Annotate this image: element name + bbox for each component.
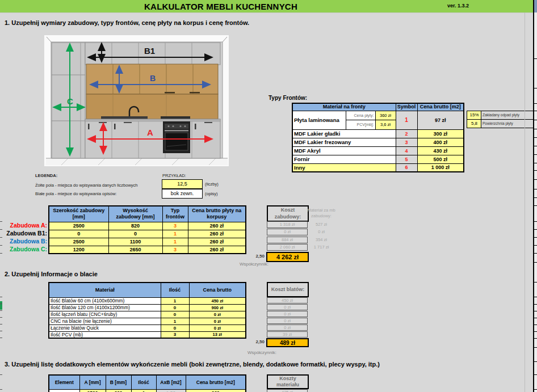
front-name-input[interactable]: MDF Lakier frezowany	[292, 138, 396, 146]
worktop-col-material: Materiał	[49, 283, 161, 297]
front-name-input[interactable]: MDF Akryl	[292, 146, 396, 155]
worktop-item-input[interactable]: Ilość Blatów 60 cm (4100x600mm)	[49, 297, 161, 304]
worktop-price-input[interactable]: 450 zł	[189, 297, 246, 304]
worktop-col-qty: Ilość	[161, 283, 189, 297]
front-type-input[interactable]: 3	[162, 222, 188, 230]
worktop-coef-value: 2,50	[243, 339, 265, 344]
worktop-cost-cell: 39 zł	[267, 331, 308, 338]
worktop-cost-cell: 0 zł	[267, 311, 308, 317]
front-type-input[interactable]: 1	[162, 238, 188, 246]
legend-line-white: Białe pola - miejsce do wpisywania opisó…	[35, 191, 116, 196]
worktop-cost-cell: 0 zł	[267, 304, 308, 310]
worktop-qty-input[interactable]: 1	[161, 297, 189, 304]
worktop-price-input[interactable]: 900 zł	[189, 304, 246, 311]
example-text-cell[interactable]: bok zewn.	[162, 189, 203, 199]
height-input[interactable]: 2650	[108, 246, 162, 254]
build-cost-cell: 0 zł	[267, 229, 308, 235]
example-number-cell[interactable]: 12,5	[162, 179, 203, 189]
front-price-input[interactable]: 430 zł	[417, 146, 464, 155]
surface-input[interactable]: 5,8	[467, 119, 482, 128]
worktop-item-input[interactable]: Ilość łączeń blatu (CNC+śruby)	[49, 311, 161, 318]
laminate-board-price-input[interactable]: 360 zł	[375, 111, 396, 120]
front-price-input[interactable]: 500 zł	[417, 155, 464, 163]
legend-title: LEGENDA:	[35, 173, 57, 178]
front-symbol: 6	[396, 163, 417, 172]
version-label: ver. 1.3.2	[438, 3, 478, 9]
worktop-qty-input[interactable]: 3	[161, 331, 189, 338]
board-price-input[interactable]: 260 zł	[188, 238, 246, 246]
extras-element-input[interactable]	[49, 389, 79, 392]
mb-value: 1 717 zł	[304, 245, 339, 250]
front-type-input[interactable]: 3	[162, 246, 188, 254]
width-input[interactable]: 2500	[49, 222, 108, 230]
surface-label: Powierzchnia płyty	[481, 119, 536, 128]
extras-a-input[interactable]: 2500	[79, 389, 106, 392]
front-name-input[interactable]: MDF Lakier gładki	[292, 129, 396, 138]
width-input[interactable]: 2500	[49, 238, 108, 246]
waste-percent-input[interactable]: 15%	[467, 111, 482, 120]
build-cost-header: Koszt zabudowy:	[267, 205, 309, 222]
laminate-pcv-input[interactable]: 3,6 zł	[375, 120, 396, 129]
worktop-cost-cell: 450 zł	[267, 297, 308, 304]
worktop-price-input[interactable]: 0 zł	[189, 324, 246, 331]
height-input[interactable]: 0	[108, 230, 162, 238]
worktop-item-input[interactable]: CNC na blacie (nie łączenie)	[49, 318, 161, 324]
build-col-height: Wysokość zabudowy [mm]	[108, 206, 162, 222]
mb-header: Materiał za mb zabudowy:	[304, 208, 339, 219]
worktop-price-input[interactable]: 13 zł	[189, 331, 246, 338]
build-coef-value: 2,50	[243, 254, 265, 259]
pane-divider	[525, 12, 525, 392]
extras-col-element: Element	[49, 375, 79, 389]
front-symbol: 3	[396, 138, 417, 146]
corner-cell	[534, 0, 537, 12]
worktop-col-price: Cena brutto	[189, 283, 246, 297]
worktop-qty-input[interactable]: 0	[161, 311, 189, 318]
front-type-input[interactable]: 1	[162, 230, 188, 238]
worktop-qty-input[interactable]: 0	[161, 304, 189, 311]
fronts-table: Materiał na fronty Symbol Cena brutto [m…	[292, 103, 464, 172]
row-label-zabudowa-a: Zabudowa A:	[0, 221, 47, 229]
build-cost-cell: 884 zł	[267, 237, 308, 243]
build-col-price: Cena brutto płyty na korpusy	[188, 206, 246, 222]
worktop-table: Materiał Ilość Cena brutto Ilość Blatów …	[48, 282, 246, 339]
front-name-input[interactable]: Fornir	[292, 155, 396, 163]
worktop-cost-header: Koszt blatów:	[267, 282, 309, 297]
worktop-qty-input[interactable]: 1	[161, 318, 189, 324]
extras-axb-cell: 1,50	[156, 389, 186, 392]
board-price-input[interactable]: 260 zł	[188, 230, 246, 238]
width-input[interactable]: 1200	[49, 246, 108, 254]
dim-label-a: A	[147, 128, 153, 137]
worktop-qty-input[interactable]: 0	[161, 324, 189, 331]
mb-value: 0 zł	[304, 229, 339, 234]
extras-qty-input[interactable]: 1	[131, 389, 156, 392]
laminate-symbol: 1	[396, 111, 417, 129]
worktop-item-input[interactable]: Łączenie blatów Quick	[49, 324, 161, 331]
right-strip	[534, 12, 537, 392]
front-name-laminate[interactable]: Płyta laminowana	[292, 111, 346, 129]
worktop-item-input[interactable]: Ilość PCV (mb)	[49, 331, 161, 338]
board-price-input[interactable]: 260 zł	[188, 246, 246, 254]
extras-table: Element A [mm] B [mm] Ilość AxB [m2] Cen…	[48, 374, 246, 392]
worktop-price-input[interactable]: 0 zł	[189, 311, 246, 318]
build-col-front: Typ frontów	[162, 206, 188, 222]
row-label-zabudowa-b: Zabudowa B:	[0, 237, 47, 245]
height-input[interactable]: 820	[108, 222, 162, 230]
laminate-board-price-label: Cena płyty:	[346, 111, 375, 120]
front-price-input[interactable]: 300 zł	[417, 129, 464, 138]
extras-b-input[interactable]: 600	[106, 389, 131, 392]
board-price-input[interactable]: 260 zł	[188, 222, 246, 230]
worktop-price-input[interactable]: 0 zł	[189, 318, 246, 324]
build-cost-cell: 1 318 zł	[267, 221, 308, 228]
height-input[interactable]: 1100	[108, 238, 162, 246]
width-input[interactable]: 0	[49, 230, 108, 238]
front-price-input[interactable]: 1 000 zł	[417, 163, 464, 172]
extras-col-qty: Ilość	[131, 375, 156, 389]
extras-price-input[interactable]: 260	[186, 389, 246, 392]
row-label-zabudowa-b1: Zabudowa B1:	[0, 229, 47, 237]
wood-panel	[86, 94, 218, 119]
front-price-input[interactable]: 400 zł	[417, 138, 464, 146]
front-name-input[interactable]: Inny	[292, 163, 396, 172]
worktop-item-input[interactable]: Ilość Blatów 120 cm (4100x1200mm)	[49, 304, 161, 311]
example-text-note: (opisy)	[205, 191, 218, 196]
build-col-width: Szerokość zabudowy [mm]	[49, 206, 108, 222]
